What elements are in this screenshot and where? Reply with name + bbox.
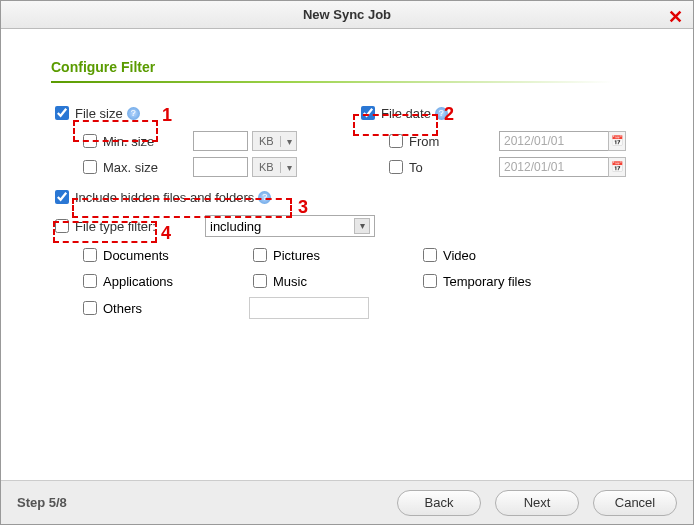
callout-number-3: 3 bbox=[298, 197, 308, 218]
callout-number-2: 2 bbox=[444, 104, 454, 125]
type-temporary-label: Temporary files bbox=[443, 274, 531, 289]
type-video-checkbox[interactable] bbox=[423, 248, 437, 262]
min-size-label: Min. size bbox=[103, 134, 193, 149]
calendar-icon[interactable]: 📅 bbox=[608, 157, 626, 177]
file-date-label: File date bbox=[381, 106, 431, 121]
max-size-checkbox[interactable] bbox=[83, 160, 97, 174]
chevron-down-icon: ▾ bbox=[280, 162, 296, 173]
to-date-label: To bbox=[409, 160, 499, 175]
titlebar: New Sync Job ✕ bbox=[1, 1, 693, 29]
next-button[interactable]: Next bbox=[495, 490, 579, 516]
file-type-mode-value: including bbox=[210, 219, 261, 234]
footer: Step 5/8 Back Next Cancel bbox=[1, 480, 693, 524]
chevron-down-icon: ▾ bbox=[280, 136, 296, 147]
window-title: New Sync Job bbox=[303, 7, 391, 22]
from-date-label: From bbox=[409, 134, 499, 149]
type-music-checkbox[interactable] bbox=[253, 274, 267, 288]
help-icon[interactable]: ? bbox=[258, 191, 271, 204]
type-pictures-label: Pictures bbox=[273, 248, 320, 263]
file-type-mode-dropdown[interactable]: including ▾ bbox=[205, 215, 375, 237]
file-date-group: File date ? From 📅 To 📅 bbox=[357, 103, 643, 183]
type-video-label: Video bbox=[443, 248, 476, 263]
max-size-input[interactable] bbox=[193, 157, 248, 177]
file-type-filter-label: File type filter: bbox=[75, 219, 205, 234]
type-others-checkbox[interactable] bbox=[83, 301, 97, 315]
calendar-icon[interactable]: 📅 bbox=[608, 131, 626, 151]
unit-label: KB bbox=[253, 161, 280, 173]
type-pictures-checkbox[interactable] bbox=[253, 248, 267, 262]
file-size-group: File size ? Min. size KB ▾ Max. size KB … bbox=[51, 103, 337, 183]
file-size-checkbox[interactable] bbox=[55, 106, 69, 120]
file-date-checkbox[interactable] bbox=[361, 106, 375, 120]
section-title: Configure Filter bbox=[51, 59, 643, 81]
close-icon[interactable]: ✕ bbox=[668, 3, 683, 31]
include-hidden-checkbox[interactable] bbox=[55, 190, 69, 204]
callout-number-1: 1 bbox=[162, 105, 172, 126]
step-indicator: Step 5/8 bbox=[17, 495, 67, 510]
min-size-unit-dropdown[interactable]: KB ▾ bbox=[252, 131, 297, 151]
back-button[interactable]: Back bbox=[397, 490, 481, 516]
file-type-filter-checkbox[interactable] bbox=[55, 219, 69, 233]
type-others-input[interactable] bbox=[249, 297, 369, 319]
to-date-input[interactable] bbox=[499, 157, 609, 177]
max-size-unit-dropdown[interactable]: KB ▾ bbox=[252, 157, 297, 177]
to-date-checkbox[interactable] bbox=[389, 160, 403, 174]
from-date-input[interactable] bbox=[499, 131, 609, 151]
type-temporary-checkbox[interactable] bbox=[423, 274, 437, 288]
type-documents-label: Documents bbox=[103, 248, 169, 263]
min-size-checkbox[interactable] bbox=[83, 134, 97, 148]
include-hidden-label: Include hidden files and folders bbox=[75, 190, 254, 205]
type-music-label: Music bbox=[273, 274, 307, 289]
cancel-button[interactable]: Cancel bbox=[593, 490, 677, 516]
min-size-input[interactable] bbox=[193, 131, 248, 151]
type-applications-label: Applications bbox=[103, 274, 173, 289]
help-icon[interactable]: ? bbox=[127, 107, 140, 120]
max-size-label: Max. size bbox=[103, 160, 193, 175]
type-documents-checkbox[interactable] bbox=[83, 248, 97, 262]
file-size-label: File size bbox=[75, 106, 123, 121]
unit-label: KB bbox=[253, 135, 280, 147]
chevron-down-icon: ▾ bbox=[354, 218, 370, 234]
type-applications-checkbox[interactable] bbox=[83, 274, 97, 288]
divider bbox=[51, 81, 643, 83]
content-area: Configure Filter File size ? Min. size K… bbox=[1, 29, 693, 335]
from-date-checkbox[interactable] bbox=[389, 134, 403, 148]
type-others-label: Others bbox=[103, 301, 142, 316]
file-types-grid: Documents Pictures Video Applications Mu… bbox=[79, 245, 643, 319]
callout-number-4: 4 bbox=[161, 223, 171, 244]
